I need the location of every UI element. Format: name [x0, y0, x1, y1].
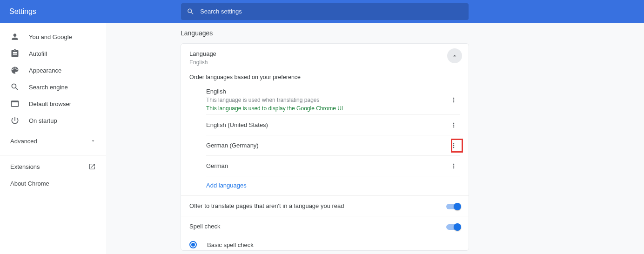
radio-icon — [189, 241, 197, 248]
main-area: Languages Language English Order languag… — [106, 23, 644, 254]
spellcheck-toggle[interactable] — [446, 223, 460, 230]
language-row-english-us: English (United States) — [206, 114, 460, 135]
palette-icon — [10, 66, 20, 75]
order-preference-label: Order languages based on your preference — [181, 69, 469, 85]
add-languages-link[interactable]: Add languages — [206, 176, 460, 195]
sidebar-about[interactable]: About Chrome — [0, 175, 106, 192]
power-icon — [10, 116, 20, 125]
language-row-german: German — [206, 155, 460, 176]
card-subtitle: English — [189, 59, 216, 66]
sidebar-item-autofill[interactable]: Autofill — [0, 45, 106, 62]
sidebar-extensions[interactable]: Extensions — [0, 158, 106, 175]
translate-label: Offer to translate pages that aren't in … — [189, 202, 344, 209]
translate-toggle-row: Offer to translate pages that aren't in … — [181, 195, 469, 216]
sidebar-item-appearance[interactable]: Appearance — [0, 62, 106, 79]
sidebar-item-you-and-google[interactable]: You and Google — [0, 28, 106, 45]
language-more-button[interactable] — [447, 160, 460, 173]
sidebar-item-label: Default browser — [29, 100, 71, 107]
person-icon — [10, 32, 20, 41]
more-vert-icon — [450, 142, 457, 149]
sidebar-item-on-startup[interactable]: On startup — [0, 112, 106, 129]
language-more-button[interactable] — [447, 94, 460, 107]
language-name: German (Germany) — [206, 142, 447, 149]
browser-icon — [10, 99, 20, 108]
language-more-button[interactable] — [447, 119, 460, 132]
search-box[interactable] — [181, 3, 469, 20]
language-more-button[interactable] — [447, 139, 460, 152]
sidebar-advanced-label: Advanced — [10, 138, 37, 145]
card-header: Language English — [181, 44, 469, 69]
more-vert-icon — [450, 121, 457, 129]
more-vert-icon — [450, 162, 457, 170]
language-note-ui: This language is used to display the Goo… — [206, 105, 447, 112]
language-row-german-de: German (Germany) — [206, 135, 460, 155]
sidebar-advanced[interactable]: Advanced — [0, 132, 106, 150]
spellcheck-label: Spell check — [189, 223, 220, 230]
language-row-english: English This language is used when trans… — [206, 85, 460, 114]
basic-spellcheck-row[interactable]: Basic spell check — [181, 236, 469, 250]
section-title: Languages — [181, 29, 469, 37]
language-name: English — [206, 88, 447, 95]
chevron-down-icon — [90, 138, 96, 144]
spellcheck-toggle-row: Spell check — [181, 216, 469, 236]
sidebar-item-search-engine[interactable]: Search engine — [0, 79, 106, 95]
sidebar-extensions-label: Extensions — [10, 163, 40, 170]
sidebar-item-label: You and Google — [29, 33, 72, 40]
external-link-icon — [88, 163, 96, 170]
language-note: This language is used when translating p… — [206, 97, 447, 103]
language-name: English (United States) — [206, 121, 447, 128]
sidebar-item-default-browser[interactable]: Default browser — [0, 95, 106, 112]
sidebar-item-label: On startup — [29, 117, 57, 124]
page-title: Settings — [9, 7, 36, 16]
sidebar-item-label: Appearance — [29, 67, 61, 74]
sidebar-item-label: Search engine — [29, 84, 68, 91]
language-list: English This language is used when trans… — [181, 85, 469, 195]
sidebar: You and Google Autofill Appearance Searc… — [0, 23, 106, 254]
sidebar-about-label: About Chrome — [10, 180, 49, 187]
collapse-button[interactable] — [447, 48, 462, 63]
clipboard-icon — [10, 49, 20, 58]
translate-toggle[interactable] — [446, 203, 460, 209]
more-vert-icon — [450, 96, 457, 104]
basic-spellcheck-label: Basic spell check — [207, 241, 254, 248]
search-icon — [187, 7, 195, 16]
chevron-up-icon — [451, 52, 458, 60]
card-title: Language — [189, 50, 216, 57]
search-input[interactable] — [200, 8, 463, 15]
app-header: Settings — [0, 0, 644, 23]
sidebar-item-label: Autofill — [29, 50, 47, 57]
language-name: German — [206, 162, 447, 169]
search-icon — [10, 82, 20, 92]
sidebar-divider — [0, 155, 106, 155]
languages-card: Language English Order languages based o… — [181, 43, 469, 251]
